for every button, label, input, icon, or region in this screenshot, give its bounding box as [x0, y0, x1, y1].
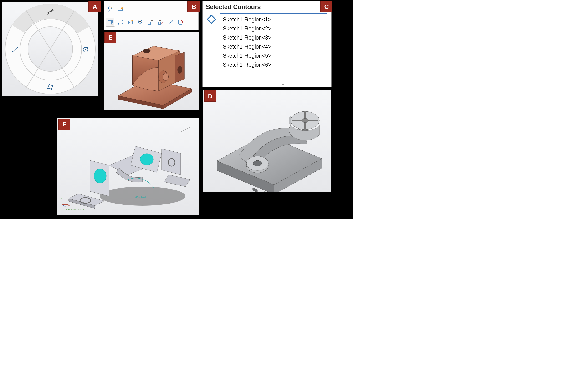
- shaded-sketch-contours-icon[interactable]: [116, 18, 125, 26]
- solid-model-copper: [104, 32, 199, 110]
- toolbar-row-2: A =: [106, 16, 196, 28]
- tag-a: A: [88, 1, 101, 12]
- list-item[interactable]: Sketch1-Region<5>: [223, 51, 324, 60]
- svg-rect-1: [85, 49, 86, 50]
- tag-f: F: [58, 118, 70, 130]
- tag-b: B: [187, 1, 200, 12]
- fix-relation-icon[interactable]: [106, 5, 114, 14]
- angle-annotation: 2X 135.00°: [135, 195, 147, 198]
- add-relation-icon[interactable]: [146, 18, 155, 26]
- svg-rect-5: [52, 85, 53, 86]
- list-item[interactable]: Sketch1-Region<6>: [223, 60, 324, 69]
- rectangle-icon[interactable]: [47, 83, 54, 90]
- list-item[interactable]: Sketch1-Region<2>: [223, 24, 324, 33]
- exit-sketch-icon[interactable]: [176, 18, 185, 26]
- svg-point-19: [143, 49, 150, 53]
- svg-point-25: [253, 160, 262, 166]
- smart-dimension-icon[interactable]: [47, 8, 54, 15]
- solid-model-mold: [203, 90, 331, 192]
- auto-scale-icon[interactable]: A: [126, 18, 135, 26]
- svg-text:X: X: [68, 204, 70, 206]
- circle-icon[interactable]: [82, 46, 89, 53]
- svg-rect-2: [87, 47, 88, 48]
- svg-text:=: =: [139, 21, 141, 23]
- zoom-to-fit-icon[interactable]: =: [136, 18, 145, 26]
- svg-rect-11: [109, 20, 112, 23]
- viewport-copper-part[interactable]: [104, 32, 199, 110]
- svg-point-27: [302, 118, 308, 123]
- contour-icon: [206, 14, 216, 24]
- gesture-ring[interactable]: [2, 2, 98, 96]
- panel-title: Selected Contours: [206, 3, 261, 11]
- tag-d: D: [204, 91, 216, 102]
- svg-point-21: [163, 73, 168, 81]
- contour-listbox[interactable]: Sketch1-Region<1> Sketch1-Region<2> Sket…: [220, 13, 327, 81]
- resize-grip-icon[interactable]: [281, 83, 285, 85]
- selected-contours-panel: Selected Contours Sketch1-Region<1> Sket…: [203, 1, 331, 87]
- stage: A A =: [0, 0, 353, 219]
- tag-e: E: [104, 32, 116, 43]
- svg-marker-9: [121, 7, 123, 9]
- svg-text:Y: Y: [61, 197, 63, 199]
- svg-rect-6: [49, 84, 50, 85]
- tag-c: C: [320, 1, 332, 12]
- svg-rect-3: [47, 88, 48, 89]
- list-item[interactable]: Sketch1-Region<1>: [223, 15, 324, 24]
- gesture-ring-panel: [2, 2, 98, 96]
- svg-rect-18: [158, 22, 161, 24]
- svg-rect-10: [108, 20, 111, 24]
- viewport-sheetmetal[interactable]: Y X Coordinate System 2X 135.00°: [57, 118, 199, 215]
- solid-model-sheetmetal: [57, 118, 199, 215]
- clear-relations-icon[interactable]: [156, 18, 165, 26]
- list-item[interactable]: Sketch1-Region<3>: [223, 33, 324, 42]
- svg-point-30: [94, 169, 106, 183]
- svg-point-31: [140, 154, 153, 165]
- svg-point-22: [177, 66, 182, 74]
- svg-rect-4: [51, 89, 52, 90]
- instant2d-icon[interactable]: [106, 18, 115, 27]
- coordinate-triad-icon: Y X: [60, 197, 70, 207]
- smart-dimension-icon[interactable]: [116, 5, 125, 14]
- list-item[interactable]: Sketch1-Region<4>: [223, 42, 324, 51]
- svg-text:A: A: [129, 21, 131, 24]
- svg-rect-7: [12, 51, 13, 52]
- viewport-gray-mold[interactable]: [203, 90, 331, 192]
- line-icon[interactable]: [11, 46, 19, 53]
- sketch-toolbar: A =: [104, 1, 198, 30]
- svg-rect-8: [17, 47, 18, 48]
- toolbar-row-1: [106, 3, 196, 15]
- coordinate-system-label: Coordinate System: [64, 208, 84, 211]
- measure-icon[interactable]: [166, 18, 175, 26]
